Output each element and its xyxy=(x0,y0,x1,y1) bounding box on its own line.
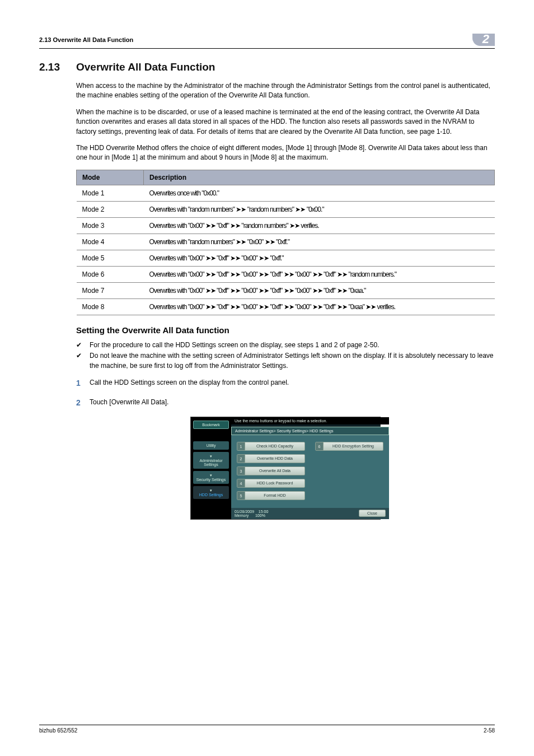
mode-cell: Mode 3 xyxy=(77,217,144,234)
chevron-down-icon: ▾ xyxy=(193,488,229,493)
breadcrumb: Administrator Settings> Security Setting… xyxy=(231,427,389,435)
desc-cell: Overwrites with "0x00" ➤➤ "0xff" ➤➤ "0x0… xyxy=(144,282,495,298)
btn-index: 4 xyxy=(237,479,245,487)
btn-overwrite-hdd-data[interactable]: 2Overwrite HDD Data xyxy=(237,454,305,463)
side-hdd-label: HDD Settings xyxy=(199,493,223,497)
btn-label: HDD Lock Password xyxy=(245,481,305,485)
running-head-text: 2.13 Overwrite All Data Function xyxy=(39,36,133,43)
mode-cell: Mode 2 xyxy=(77,201,144,217)
btn-index: 2 xyxy=(237,455,245,463)
prereq-item-2: Do not leave the machine with the settin… xyxy=(90,351,495,371)
table-row: Mode 4Overwrites with "random numbers" ➤… xyxy=(77,234,495,250)
btn-index: 6 xyxy=(316,442,324,450)
instruction-bar: Use the menu buttons or keypad to make a… xyxy=(231,417,389,424)
footer-time: 15:00 xyxy=(259,510,269,514)
footer-page-number: 2-58 xyxy=(484,727,495,734)
mode-cell: Mode 7 xyxy=(77,282,144,298)
footer-product: bizhub 652/552 xyxy=(39,727,77,734)
desc-cell: Overwrites with "0x00" ➤➤ "0xff" ➤➤ "ran… xyxy=(144,217,495,234)
table-row: Mode 6Overwrites with "0x00" ➤➤ "0xff" ➤… xyxy=(77,266,495,282)
step-number: 2 xyxy=(76,397,90,409)
chevron-down-icon: ▾ xyxy=(193,454,229,459)
side-admin-label: Administrator Settings xyxy=(199,459,222,466)
table-row: Mode 2Overwrites with "random numbers" ➤… xyxy=(77,201,495,217)
check-icon: ✔ xyxy=(76,351,90,371)
btn-hdd-lock-password[interactable]: 4HDD Lock Password xyxy=(237,479,305,488)
btn-overwrite-all-data[interactable]: 3Overwrite All Data xyxy=(237,466,305,475)
btn-label: Format HDD xyxy=(245,493,305,497)
chevron-down-icon: ▾ xyxy=(193,473,229,478)
paragraph-2: When the machine is to be discarded, or … xyxy=(76,108,495,137)
running-header: 2.13 Overwrite All Data Function 2 xyxy=(39,34,495,49)
mode-cell: Mode 4 xyxy=(77,234,144,250)
table-row: Mode 7Overwrites with "0x00" ➤➤ "0xff" ➤… xyxy=(77,282,495,298)
section-heading: 2.13 Overwrite All Data Function xyxy=(39,61,495,73)
btn-check-hdd-capacity[interactable]: 1Check HDD Capacity xyxy=(237,442,305,451)
btn-hdd-encryption-setting[interactable]: 6HDD Encryption Setting xyxy=(315,442,383,451)
mode-cell: Mode 8 xyxy=(77,298,144,315)
btn-index: 1 xyxy=(237,442,245,450)
side-hdd-settings[interactable]: ▾HDD Settings xyxy=(193,486,229,499)
step-number: 1 xyxy=(76,377,90,389)
footer-memory-label: Memory xyxy=(235,514,249,517)
paragraph-3: The HDD Overwrite Method offers the choi… xyxy=(76,143,495,163)
btn-label: HDD Encryption Setting xyxy=(324,444,383,448)
side-utility[interactable]: Utility xyxy=(193,441,229,450)
step-text-1: Call the HDD Settings screen on the disp… xyxy=(90,377,289,389)
page-footer: bizhub 652/552 2-58 xyxy=(39,725,495,734)
bookmark-tab[interactable]: Bookmark xyxy=(193,421,229,429)
embedded-device-screenshot: Bookmark Utility ▾Administrator Settings… xyxy=(190,417,381,520)
table-row: Mode 8Overwrites with "0x00" ➤➤ "0xff" ➤… xyxy=(77,298,495,315)
side-security-settings[interactable]: ▾Security Settings xyxy=(193,471,229,484)
close-button[interactable]: Close xyxy=(359,510,386,517)
prereq-list: ✔ For the procedure to call the HDD Sett… xyxy=(76,340,495,371)
side-security-label: Security Settings xyxy=(196,478,226,482)
desc-cell: Overwrites with "0x00" ➤➤ "0xff" ➤➤ "0x0… xyxy=(144,266,495,282)
table-row: Mode 3Overwrites with "0x00" ➤➤ "0xff" ➤… xyxy=(77,217,495,234)
btn-label: Overwrite HDD Data xyxy=(245,456,305,460)
mode-cell: Mode 6 xyxy=(77,266,144,282)
btn-label: Overwrite All Data xyxy=(245,469,305,473)
desc-cell: Overwrites with "0x00" ➤➤ "0xff" ➤➤ "0x0… xyxy=(144,298,495,315)
step-text-2: Touch [Overwrite All Data]. xyxy=(90,397,168,409)
btn-index: 3 xyxy=(237,467,245,475)
table-row: Mode 1Overwrites once with "0x00." xyxy=(77,185,495,201)
paragraph-1: When access to the machine by the Admini… xyxy=(76,81,495,101)
sub-heading: Setting the Overwrite All Data function xyxy=(76,325,495,335)
table-header-mode: Mode xyxy=(77,170,144,185)
prereq-item-1: For the procedure to call the HDD Settin… xyxy=(90,340,379,350)
btn-label: Check HDD Capacity xyxy=(245,444,305,448)
chapter-number-badge: 2 xyxy=(472,34,495,46)
desc-cell: Overwrites with "random numbers" ➤➤ "ran… xyxy=(144,201,495,217)
footer-memory-value: 100% xyxy=(255,514,265,517)
desc-cell: Overwrites with "random numbers" ➤➤ "0x0… xyxy=(144,234,495,250)
check-icon: ✔ xyxy=(76,340,90,350)
table-row: Mode 5Overwrites with "0x00" ➤➤ "0xff" ➤… xyxy=(77,250,495,266)
step-list: 1 Call the HDD Settings screen on the di… xyxy=(76,377,495,409)
table-header-description: Description xyxy=(144,170,495,185)
btn-format-hdd[interactable]: 5Format HDD xyxy=(237,491,305,500)
modes-table: Mode Description Mode 1Overwrites once w… xyxy=(76,170,495,315)
section-number: 2.13 xyxy=(39,61,76,73)
desc-cell: Overwrites with "0x00" ➤➤ "0xff" ➤➤ "0x0… xyxy=(144,250,495,266)
side-admin-settings[interactable]: ▾Administrator Settings xyxy=(193,452,229,469)
mode-cell: Mode 5 xyxy=(77,250,144,266)
btn-index: 5 xyxy=(237,492,245,500)
mode-cell: Mode 1 xyxy=(77,185,144,201)
footer-date: 01/28/2009 xyxy=(235,510,254,514)
desc-cell: Overwrites once with "0x00." xyxy=(144,185,495,201)
section-title: Overwrite All Data Function xyxy=(76,61,215,73)
